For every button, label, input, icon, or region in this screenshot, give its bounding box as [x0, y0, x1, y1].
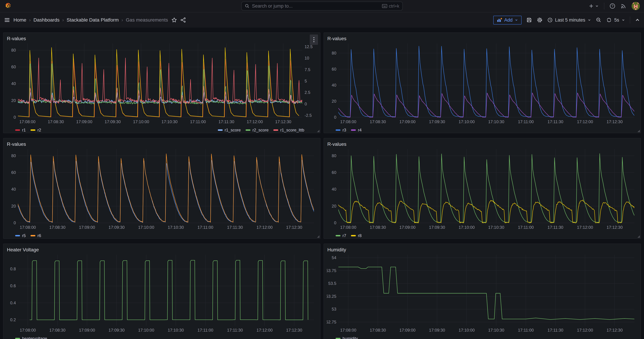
dashboard-settings-button[interactable]: [537, 17, 542, 23]
panel-chart: 0.20.40.60.817:08:0017:08:3017:09:0017:0…: [6, 253, 317, 333]
news-button[interactable]: [620, 3, 626, 9]
legend-color-pill: [15, 130, 20, 131]
legend-item-r5[interactable]: r5: [15, 233, 26, 238]
svg-text:7.5: 7.5: [304, 67, 310, 72]
save-dashboard-button[interactable]: [526, 17, 532, 23]
panel-title[interactable]: Heater Voltage: [7, 247, 39, 252]
legend-label: heatervoltage: [22, 336, 47, 339]
panel-heatervoltage: Heater Voltage0.20.40.60.817:08:0017:08:…: [3, 244, 320, 339]
panel-resize-handle[interactable]: [317, 130, 320, 132]
svg-text:17:08:00: 17:08:00: [340, 328, 356, 332]
panel-title[interactable]: R-values: [7, 142, 26, 147]
svg-text:53.25: 53.25: [327, 294, 336, 299]
breadcrumb-dashboards[interactable]: Dashboards: [34, 17, 60, 23]
svg-text:0.2: 0.2: [10, 318, 16, 322]
legend-item-r3[interactable]: r3: [336, 128, 346, 132]
add-button[interactable]: Add: [493, 16, 522, 24]
help-button[interactable]: ?: [610, 3, 615, 9]
zoom-out-icon: [596, 17, 602, 23]
svg-text:17:09:00: 17:09:00: [79, 328, 95, 332]
svg-text:17:09:30: 17:09:30: [429, 120, 445, 124]
mega-menu-button[interactable]: [4, 18, 10, 22]
svg-text:17:10:30: 17:10:30: [168, 225, 184, 230]
panel-resize-handle[interactable]: [638, 130, 640, 132]
legend-item-r2_score[interactable]: r2_score: [246, 128, 268, 132]
svg-text:53: 53: [332, 307, 336, 312]
legend-label: r5: [22, 233, 26, 238]
svg-text:17:08:30: 17:08:30: [370, 328, 386, 332]
panel-header: R-values: [324, 33, 640, 42]
breadcrumb-separator: ›: [122, 17, 123, 23]
favorite-button[interactable]: [172, 17, 177, 23]
collapse-toolbar-button[interactable]: [635, 18, 640, 22]
svg-text:17:12:30: 17:12:30: [606, 328, 622, 332]
legend-item-r1_score_lttb[interactable]: r1_score_lttb: [273, 128, 304, 132]
svg-text:17:10:00: 17:10:00: [458, 120, 475, 124]
panel-resize-handle[interactable]: [638, 235, 640, 238]
refresh-button[interactable]: 5s: [606, 17, 625, 23]
legend-color-pill: [351, 235, 356, 236]
svg-text:17:08:30: 17:08:30: [370, 120, 386, 124]
legend-color-pill: [15, 235, 20, 236]
search-box[interactable]: ctrl+k: [241, 2, 403, 10]
panel-legend: r5r6: [4, 232, 320, 239]
svg-text:17:11:30: 17:11:30: [548, 225, 564, 230]
svg-text:17:12:00: 17:12:00: [256, 225, 272, 230]
svg-text:17:08:00: 17:08:00: [340, 225, 356, 230]
search-icon: [245, 4, 250, 8]
legend-item-r1[interactable]: r1: [15, 128, 26, 132]
series-line-heatervoltage: [30, 260, 308, 320]
panel-title[interactable]: R-values: [327, 142, 346, 147]
legend-item-r8[interactable]: r8: [351, 233, 362, 238]
legend-color-pill: [30, 130, 35, 131]
legend-item-r6[interactable]: r6: [30, 233, 41, 238]
series-line-r2: [17, 48, 299, 117]
panel-legend: r1r2r1_scorer2_scorer1_score_lttb: [4, 126, 320, 133]
svg-text:80: 80: [332, 153, 336, 158]
avatar-image: [632, 2, 640, 10]
svg-text:-2.5: -2.5: [304, 113, 312, 118]
new-menu-button[interactable]: [588, 3, 599, 9]
svg-text:17:10:30: 17:10:30: [162, 120, 178, 124]
series-line-r7: [336, 154, 637, 222]
legend-item-r2[interactable]: r2: [30, 128, 41, 132]
share-icon: [180, 17, 186, 23]
legend-item-r1_score[interactable]: r1_score: [218, 128, 241, 132]
svg-text:0.4: 0.4: [10, 300, 16, 305]
breadcrumb-home[interactable]: Home: [14, 17, 26, 23]
panel-header: Heater Voltage: [4, 244, 320, 253]
svg-text:17:11:00: 17:11:00: [198, 328, 213, 332]
legend-item-r7[interactable]: r7: [336, 233, 346, 238]
legend-item-r4[interactable]: r4: [351, 128, 362, 132]
legend-item-humidity[interactable]: humidity: [336, 336, 358, 339]
breadcrumb: Home › Dashboards › Stackable Data Platf…: [14, 17, 168, 23]
panel-legend: heatervoltage: [4, 334, 320, 339]
panel-title[interactable]: R-values: [327, 36, 346, 41]
legend-label: r4: [358, 128, 362, 132]
grafana-logo[interactable]: [4, 2, 12, 10]
search-input[interactable]: [252, 4, 380, 9]
svg-text:40: 40: [11, 187, 16, 192]
zoom-out-button[interactable]: [596, 17, 602, 23]
time-range-picker[interactable]: Last 5 minutes: [548, 18, 591, 23]
breadcrumb-folder[interactable]: Stackable Data Platform: [66, 17, 119, 23]
svg-text:17:08:00: 17:08:00: [340, 120, 356, 124]
caret-up-icon: [635, 18, 640, 22]
svg-text:2.5: 2.5: [304, 90, 310, 95]
panel-title[interactable]: Humidity: [327, 247, 346, 252]
panel-legend: r7r8: [324, 232, 640, 239]
panel-menu-button[interactable]: [310, 34, 318, 45]
svg-text:80: 80: [11, 48, 16, 52]
toolbar-right: Add: [493, 16, 640, 24]
panel-title[interactable]: R-values: [7, 36, 26, 41]
svg-text:0: 0: [334, 115, 336, 120]
user-avatar[interactable]: [632, 2, 640, 10]
svg-text:17:10:30: 17:10:30: [488, 120, 504, 124]
chevron-down-icon: [622, 18, 625, 22]
legend-label: r3: [342, 128, 346, 132]
series-line-r4: [336, 93, 637, 117]
panel-resize-handle[interactable]: [317, 235, 320, 238]
legend-item-heatervoltage[interactable]: heatervoltage: [15, 336, 47, 339]
refresh-icon: [606, 17, 612, 23]
share-button[interactable]: [180, 17, 186, 23]
